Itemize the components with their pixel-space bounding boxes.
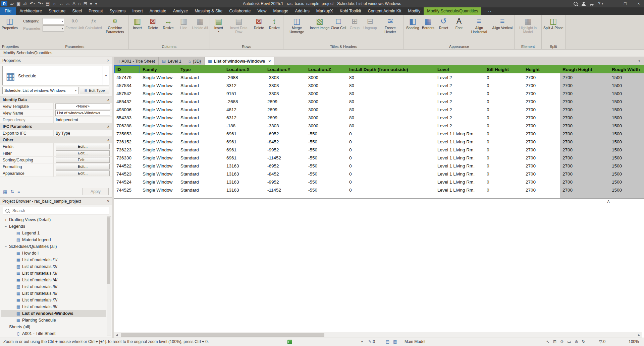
apply-button[interactable]: Apply: [83, 188, 109, 195]
schedule-cell[interactable]: 2700: [560, 186, 609, 194]
clear-cell-button[interactable]: □ Clear Cell: [330, 16, 347, 30]
insert-image-button[interactable]: ▧ Insert Image: [309, 16, 330, 30]
help-icon[interactable]: ?: [598, 1, 600, 6]
schedule-cell[interactable]: 554383: [114, 114, 140, 122]
schedule-cell[interactable]: Standard: [178, 73, 224, 81]
schedule-cell[interactable]: -11452: [265, 186, 306, 194]
delete-row-button[interactable]: ⊠ Delete: [251, 16, 267, 30]
schedule-cell[interactable]: 1500: [609, 146, 644, 154]
tree-item[interactable]: ▦ How do I: [1, 250, 106, 257]
close-icon[interactable]: ×: [107, 199, 109, 204]
tree-item[interactable]: ▦ List of materials /2/: [1, 263, 106, 270]
property-value[interactable]: Edit...: [54, 157, 112, 163]
section-collapse-icon[interactable]: ∧: [105, 125, 112, 128]
schedule-cell[interactable]: Standard: [178, 89, 224, 97]
tab-close-icon[interactable]: ×: [267, 59, 271, 64]
scrollbar-thumb[interactable]: [121, 333, 324, 337]
schedule-cell[interactable]: 1500: [609, 106, 644, 114]
property-row[interactable]: Sorting/Grouping Edit...: [0, 157, 112, 163]
tree-item[interactable]: + Drafting Views (Detail): [1, 216, 106, 223]
tree-item[interactable]: ▤ Material legend: [1, 236, 106, 243]
select-by-face-icon[interactable]: ▭: [567, 338, 571, 346]
schedule-cell[interactable]: 0: [484, 146, 523, 154]
schedule-cell[interactable]: 0: [347, 170, 435, 178]
calculated-button[interactable]: ƒx Calculated: [85, 16, 103, 30]
tree-item[interactable]: − Schedules/Quantities (all): [1, 243, 106, 250]
tree-item[interactable]: ▦ List of materials /6/: [1, 290, 106, 297]
schedule-cell[interactable]: 2700: [560, 89, 609, 97]
schedule-cell[interactable]: 3000: [306, 81, 347, 89]
tree-item[interactable]: ▦ Planting Schedule: [1, 317, 106, 324]
schedule-cell[interactable]: 2700: [523, 130, 560, 138]
background-processes-icon[interactable]: ↻: [582, 338, 585, 346]
ungroup-button[interactable]: ⊟ Ungroup: [362, 16, 378, 30]
schedule-cell[interactable]: 0: [347, 130, 435, 138]
tree-item[interactable]: ▦ List of materials /1/: [1, 257, 106, 263]
schedule-cell[interactable]: 1500: [609, 97, 644, 106]
section-collapse-icon[interactable]: ∧: [105, 98, 112, 101]
category-dropdown[interactable]: ▾: [43, 18, 64, 24]
schedule-cell[interactable]: 13163: [224, 186, 265, 194]
borders-button[interactable]: ▦ Borders: [420, 16, 436, 30]
design-options-icon[interactable]: ▦: [393, 338, 397, 346]
chevron-down-icon[interactable]: ▾: [103, 66, 109, 85]
schedule-cell[interactable]: 6961: [224, 154, 265, 162]
schedule-cell[interactable]: 13163: [224, 162, 265, 170]
ribbon-tab[interactable]: Structure: [45, 7, 69, 15]
tree-item[interactable]: ▦ List of materials /5/: [1, 283, 106, 290]
schedule-cell[interactable]: 2700: [560, 81, 609, 89]
ribbon-tab[interactable]: File: [0, 7, 16, 15]
group-sort-icon[interactable]: ≡: [17, 189, 20, 194]
sync-icon[interactable]: ⇄: [22, 0, 28, 7]
schedule-cell[interactable]: 1500: [609, 186, 644, 194]
schedule-cell[interactable]: 0: [484, 89, 523, 97]
schedule-cell[interactable]: -11452: [265, 154, 306, 162]
schedule-cell[interactable]: 736330: [114, 154, 140, 162]
ribbon-tab[interactable]: Manage: [270, 7, 291, 15]
scroll-right-icon[interactable]: ▶: [636, 333, 642, 338]
resize-column-button[interactable]: ↔ Resize: [161, 16, 176, 30]
schedule-cell[interactable]: 1500: [609, 138, 644, 146]
group-button[interactable]: ⊞ Group: [347, 16, 362, 30]
schedule-cell[interactable]: 457534: [114, 81, 140, 89]
schedule-cell[interactable]: -550: [306, 138, 347, 146]
property-value[interactable]: Edit...: [54, 170, 112, 177]
align-vertical-button[interactable]: ≡ Align Vertical: [491, 16, 513, 30]
schedule-cell[interactable]: 2700: [560, 138, 609, 146]
ribbon-tab[interactable]: Content Admin Kit: [364, 7, 405, 15]
ribbon-tab[interactable]: MarkupX: [313, 7, 336, 15]
tree-item[interactable]: − Legends: [1, 223, 106, 230]
document-tab[interactable]: ⌂ {3D}: [185, 57, 205, 65]
schedule-cell[interactable]: -3303: [265, 89, 306, 97]
schedule-column-header[interactable]: Type: [178, 65, 224, 73]
schedule-column-header[interactable]: Location.X: [224, 65, 265, 73]
schedule-cell[interactable]: Level 2: [435, 89, 484, 97]
schedule-cell[interactable]: 1500: [609, 89, 644, 97]
section-collapse-icon[interactable]: ∧: [105, 138, 112, 142]
schedule-cell[interactable]: 1500: [609, 81, 644, 89]
schedule-cell[interactable]: Standard: [178, 154, 224, 162]
schedule-cell[interactable]: 457542: [114, 89, 140, 97]
schedule-cell[interactable]: 1500: [609, 130, 644, 138]
schedule-cell[interactable]: 2700: [560, 170, 609, 178]
schedule-cell[interactable]: 0: [347, 162, 435, 170]
schedule-cell[interactable]: 2700: [523, 146, 560, 154]
schedule-cell[interactable]: 0: [484, 162, 523, 170]
schedule-cell[interactable]: 2700: [560, 106, 609, 114]
browser-scrollbar[interactable]: [107, 216, 111, 336]
schedule-cell[interactable]: 2700: [523, 138, 560, 146]
schedule-cell[interactable]: Level 1 Living Rm.: [435, 162, 484, 170]
schedule-column-header[interactable]: Location.Y: [265, 65, 306, 73]
property-row[interactable]: Filter Edit...: [0, 150, 112, 157]
save-icon[interactable]: ▣: [15, 0, 21, 7]
schedule-cell[interactable]: 2700: [523, 154, 560, 162]
tree-item[interactable]: ▦ List of materials /8/: [1, 303, 106, 310]
tree-expand-icon[interactable]: +: [3, 218, 8, 222]
schedule-cell[interactable]: 744523: [114, 170, 140, 178]
insert-row-button[interactable]: ▤ Insert ▾: [211, 16, 226, 33]
schedule-cell[interactable]: 80: [347, 89, 435, 97]
schedule-cell[interactable]: Level 1 Living Rm.: [435, 130, 484, 138]
schedule-cell[interactable]: -3303: [265, 73, 306, 81]
schedule-cell[interactable]: 0: [484, 154, 523, 162]
schedule-cell[interactable]: -550: [306, 146, 347, 154]
